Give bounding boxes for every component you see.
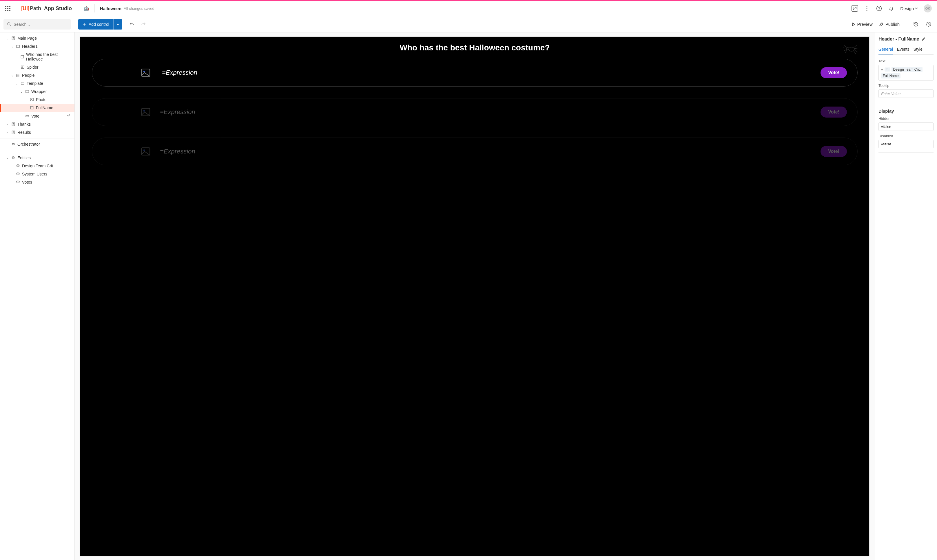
logo-appstudio-text: App Studio — [44, 6, 72, 11]
canvas-title[interactable]: Who has the best Halloween costume? — [80, 43, 869, 52]
tree-thanks[interactable]: › Thanks — [0, 120, 74, 128]
settings-icon[interactable] — [925, 21, 932, 28]
tree-wrapper[interactable]: ⌄ Wrapper — [0, 88, 74, 95]
svg-point-12 — [16, 76, 17, 77]
panel-tabs: General Events Style — [878, 47, 934, 55]
tree-main-page[interactable]: ⌄ Main Page — [0, 34, 74, 42]
tree-who[interactable]: Who has the best Hallowee — [0, 51, 74, 63]
chevron-right-icon: › — [6, 123, 9, 126]
tree-spider[interactable]: Spider — [0, 63, 74, 71]
tree-people[interactable]: ⌄ People — [0, 71, 74, 79]
tree-orchestrator[interactable]: Orchestrator — [0, 140, 74, 148]
separator — [77, 5, 77, 12]
preview-button[interactable]: Preview — [852, 22, 872, 27]
text-label: Text — [878, 59, 934, 63]
more-icon[interactable]: ⋮ — [864, 5, 870, 12]
page-icon — [11, 130, 15, 134]
tree-entities[interactable]: ⌄ Entities — [0, 154, 74, 162]
topbar: [Ui]Path App Studio 🤖 Halloween All chan… — [0, 1, 937, 16]
tree-template[interactable]: ⌄ Template — [0, 79, 74, 88]
svg-point-31 — [143, 149, 145, 151]
tree-results[interactable]: › Results — [0, 128, 74, 136]
tree-header1[interactable]: ⌄ Header1 — [0, 42, 74, 51]
edit-icon[interactable] — [922, 37, 925, 41]
tree-label: Vote! — [31, 114, 40, 118]
tree-label: Results — [17, 130, 31, 135]
vote-button: Vote! — [820, 106, 847, 118]
feedback-icon[interactable] — [852, 5, 858, 12]
page-icon — [11, 122, 15, 126]
tab-events[interactable]: Events — [897, 47, 909, 54]
text-field[interactable]: = Tt Design Team Crit. Full Name — [878, 65, 934, 80]
apps-grid-icon[interactable] — [5, 6, 11, 11]
left-panel: ⌄ Main Page ⌄ Header1 Who has the best H… — [0, 32, 75, 560]
mode-dropdown[interactable]: Design — [900, 6, 918, 11]
chevron-down-icon: ⌄ — [11, 74, 14, 77]
tab-style[interactable]: Style — [914, 47, 923, 54]
tree-entity-design[interactable]: Design Team Crit — [0, 162, 74, 170]
app-icon: 🤖 — [83, 6, 89, 11]
hidden-input[interactable] — [878, 123, 934, 131]
tree-label: Entities — [17, 155, 31, 160]
divider — [878, 102, 934, 102]
bell-icon[interactable] — [888, 5, 894, 12]
logo[interactable]: [Ui]Path App Studio — [21, 6, 72, 12]
history-icon[interactable] — [913, 21, 919, 28]
panel-header: Header - FullName — [878, 37, 934, 42]
tree-entity-users[interactable]: System Users — [0, 170, 74, 178]
chevron-right-icon: › — [6, 131, 9, 134]
tree-label: Main Page — [17, 36, 37, 40]
spider-image[interactable] — [841, 42, 859, 57]
tooltip-input[interactable] — [878, 89, 934, 98]
tooltip-label: Tooltip — [878, 83, 934, 88]
image-icon — [20, 65, 25, 69]
chevron-down-icon: ⌄ — [6, 37, 9, 40]
search-input[interactable] — [14, 22, 67, 27]
avatar[interactable]: OK — [924, 5, 932, 12]
vote-card[interactable]: =Expression Vote! — [92, 59, 858, 86]
undo-button[interactable] — [129, 21, 135, 28]
vote-button[interactable]: Vote! — [820, 67, 847, 78]
publish-button[interactable]: Publish — [879, 22, 900, 27]
svg-point-27 — [143, 71, 145, 72]
publish-label: Publish — [885, 22, 900, 27]
help-icon[interactable] — [876, 5, 882, 12]
vote-card[interactable]: =Expression Vote! — [92, 98, 858, 126]
expression-text: =Expression — [160, 148, 195, 155]
binding-chip[interactable]: Full Name — [881, 73, 900, 78]
layers-icon — [15, 180, 20, 184]
rocket-icon — [879, 22, 884, 27]
tree-label: Header1 — [22, 44, 38, 49]
binding-chip[interactable]: Design Team Crit. — [892, 67, 923, 72]
tab-general[interactable]: General — [878, 47, 893, 54]
expression-text: =Expression — [160, 108, 195, 116]
redo-button[interactable] — [140, 21, 146, 28]
expression-text[interactable]: =Expression — [160, 68, 199, 77]
tree-vote[interactable]: Vote! — [0, 112, 74, 120]
properties-panel: Header - FullName General Events Style T… — [875, 32, 937, 560]
layers-icon — [15, 164, 20, 168]
tree-photo[interactable]: Photo — [0, 95, 74, 104]
search-icon — [7, 22, 11, 26]
photo-placeholder[interactable] — [140, 68, 151, 78]
svg-rect-14 — [26, 90, 29, 93]
tree-label: Wrapper — [31, 89, 47, 94]
disabled-input[interactable] — [878, 140, 934, 148]
vote-card[interactable]: =Expression Vote! — [92, 137, 858, 165]
separator — [15, 5, 16, 12]
tree-label: Who has the best Hallowee — [26, 52, 72, 62]
add-control-button[interactable]: Add control — [78, 19, 122, 29]
tree-entity-votes[interactable]: Votes — [0, 178, 74, 186]
layers-icon — [15, 172, 20, 176]
canvas[interactable]: Who has the best Halloween costume? =Exp… — [80, 37, 869, 556]
add-control-dropdown[interactable] — [113, 19, 122, 29]
logo-ui-text: Ui — [23, 6, 28, 11]
image-icon — [140, 68, 151, 78]
container-icon — [20, 82, 25, 85]
trending-icon[interactable] — [66, 114, 70, 118]
tree-label: Photo — [36, 97, 47, 102]
app-name[interactable]: Halloween — [100, 6, 122, 11]
tree-fullname[interactable]: FullName — [0, 104, 74, 112]
photo-placeholder — [140, 107, 151, 117]
search-box[interactable] — [3, 19, 71, 29]
